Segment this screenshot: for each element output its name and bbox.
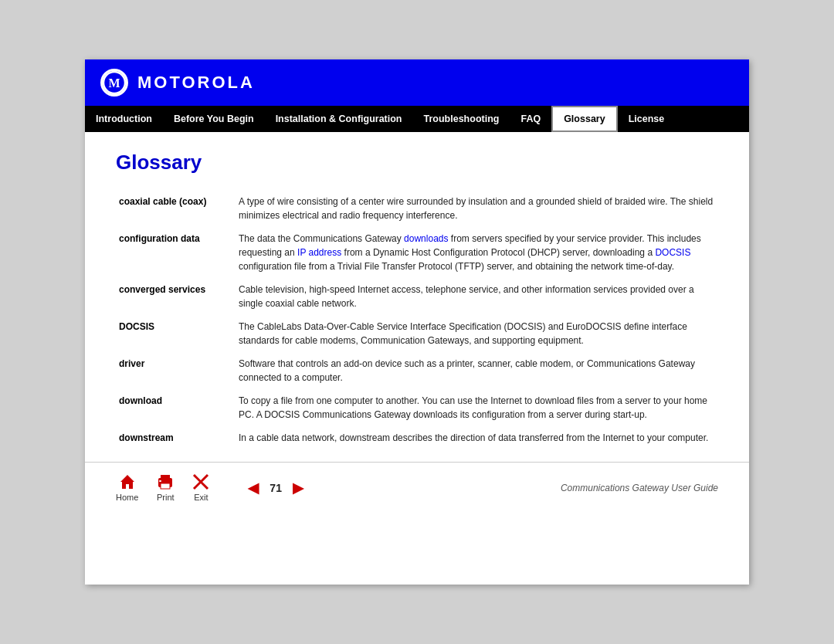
def-download: To copy a file from one computer to anot…	[236, 389, 718, 426]
def-configuration: The data the Communications Gateway down…	[236, 227, 718, 278]
prev-page-button[interactable]: ◀	[248, 480, 259, 497]
svg-rect-6	[159, 480, 161, 482]
print-icon	[155, 473, 175, 490]
def-converged: Cable television, high-speed Internet ac…	[236, 278, 718, 315]
glossary-entry-driver: driver Software that controls an add-on …	[116, 352, 718, 389]
nav-item-installation-configuration[interactable]: Installation & Configuration	[265, 106, 413, 132]
page-navigation: ◀ 71 ▶	[248, 480, 303, 497]
home-button[interactable]: Home	[116, 473, 138, 502]
glossary-entry-download: download To copy a file from one compute…	[116, 389, 718, 426]
nav-item-license[interactable]: License	[618, 106, 676, 132]
term-configuration: configuration data	[116, 227, 236, 278]
home-label: Home	[116, 493, 138, 502]
nav-bar: Introduction Before You Begin Installati…	[85, 106, 749, 132]
glossary-entry-docsis: DOCSIS The CableLabs Data-Over-Cable Ser…	[116, 315, 718, 352]
next-page-button[interactable]: ▶	[293, 480, 303, 497]
glossary-table: coaxial cable (coax) A type of wire cons…	[116, 190, 718, 449]
term-downstream: downstream	[116, 426, 236, 449]
print-button[interactable]: Print	[155, 473, 175, 502]
nav-item-troubleshooting[interactable]: Troubleshooting	[413, 106, 510, 132]
page-number: 71	[270, 482, 282, 494]
svg-rect-4	[161, 475, 170, 480]
nav-item-before-you-begin[interactable]: Before You Begin	[163, 106, 265, 132]
footer-icons: Home Print	[116, 473, 209, 502]
term-download: download	[116, 389, 236, 426]
exit-button[interactable]: Exit	[192, 473, 209, 502]
page-title: Glossary	[116, 151, 718, 175]
nav-item-introduction[interactable]: Introduction	[85, 106, 163, 132]
motorola-m-icon: M	[103, 71, 126, 94]
term-coaxial: coaxial cable (coax)	[116, 190, 236, 227]
def-driver: Software that controls an add-on device …	[236, 352, 718, 389]
exit-icon	[192, 473, 209, 490]
home-icon	[119, 473, 136, 490]
term-driver: driver	[116, 352, 236, 389]
def-docsis: The CableLabs Data-Over-Cable Service In…	[236, 315, 718, 352]
main-content: Glossary coaxial cable (coax) A type of …	[85, 132, 749, 462]
svg-text:M: M	[108, 76, 120, 90]
nav-item-faq[interactable]: FAQ	[510, 106, 551, 132]
def-downstream: In a cable data network, downstream desc…	[236, 426, 718, 449]
svg-marker-2	[120, 475, 134, 489]
header-logo: M MOTOROLA	[85, 59, 749, 106]
glossary-entry-converged: converged services Cable television, hig…	[116, 278, 718, 315]
def-coaxial: A type of wire consisting of a center wi…	[236, 190, 718, 227]
term-docsis: DOCSIS	[116, 315, 236, 352]
nav-item-glossary[interactable]: Glossary	[551, 106, 618, 132]
motorola-logo-circle: M	[100, 69, 128, 97]
glossary-entry-downstream: downstream In a cable data network, down…	[116, 426, 718, 449]
glossary-entry-coaxial: coaxial cable (coax) A type of wire cons…	[116, 190, 718, 227]
link-docsis-config[interactable]: DOCSIS	[655, 247, 690, 258]
print-label: Print	[157, 493, 175, 502]
link-ip-address[interactable]: IP address	[297, 247, 341, 258]
svg-rect-5	[161, 483, 170, 489]
link-downloads[interactable]: downloads	[404, 233, 448, 244]
footer: Home Print	[85, 462, 749, 510]
exit-label: Exit	[194, 493, 208, 502]
glossary-entry-configuration: configuration data The data the Communic…	[116, 227, 718, 278]
guide-title: Communications Gateway User Guide	[561, 483, 718, 493]
page-container: M MOTOROLA Introduction Before You Begin…	[85, 59, 749, 585]
term-converged: converged services	[116, 278, 236, 315]
motorola-brand-text: MOTOROLA	[137, 73, 255, 93]
